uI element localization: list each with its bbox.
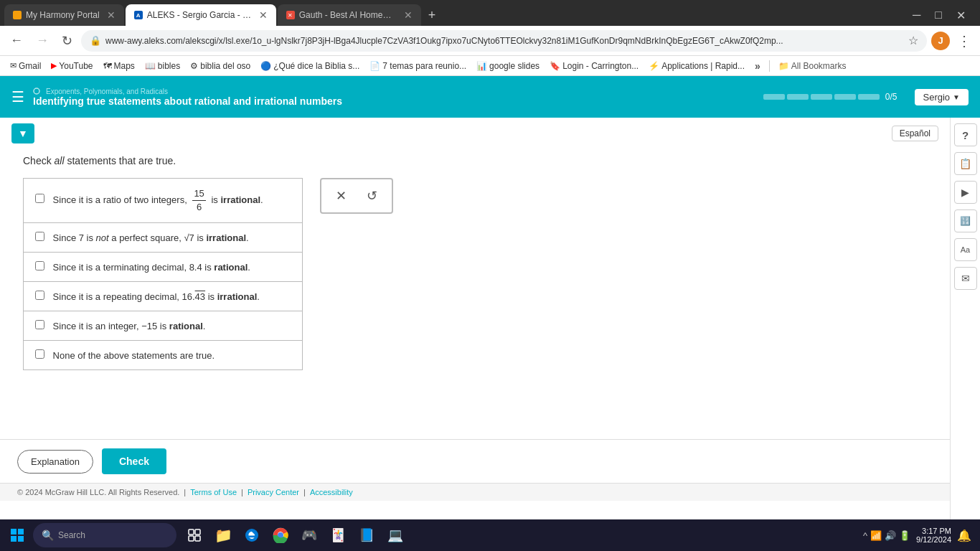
- bookmark-gmail[interactable]: ✉ Gmail: [6, 60, 45, 72]
- dictionary-icon-btn[interactable]: Aa: [954, 238, 977, 261]
- aleks-footer: © 2024 McGraw Hill LLC. All Rights Reser…: [0, 483, 950, 501]
- mail-icon-btn[interactable]: ✉: [954, 267, 977, 290]
- task-view-button[interactable]: [181, 522, 208, 549]
- maximize-button[interactable]: □: [929, 9, 948, 22]
- chrome-button[interactable]: [267, 522, 294, 549]
- calculator-icon-btn[interactable]: 📋: [954, 152, 977, 175]
- taskbar-apps: 📁 🎮 🃏 📘 💻: [181, 522, 409, 549]
- teams-button[interactable]: 🎮: [296, 522, 323, 549]
- office-button[interactable]: 📘: [353, 522, 380, 549]
- taskbar-right: ^ 📶 🔊 🔋 3:17 PM 9/12/2024 🔔: [863, 527, 977, 544]
- store-button[interactable]: 💻: [382, 522, 409, 549]
- checkbox-4[interactable]: [35, 291, 44, 300]
- file-explorer-button[interactable]: 📁: [209, 522, 237, 549]
- collapse-button[interactable]: ▼: [11, 123, 34, 143]
- checkbox-3[interactable]: [35, 261, 44, 270]
- new-tab-button[interactable]: +: [423, 8, 442, 23]
- bottom-action-bar: Explanation Check: [0, 439, 950, 483]
- back-button[interactable]: ←: [6, 30, 27, 51]
- svg-rect-8: [195, 536, 200, 541]
- video-icon-btn[interactable]: ▶: [954, 181, 977, 204]
- tab-gauth[interactable]: ✕ Gauth - Best AI Homework Help ✕: [278, 4, 421, 26]
- bookmark-que-dice[interactable]: 🔵 ¿Qué dice la Biblia s...: [256, 60, 364, 72]
- bookmark-bibles[interactable]: 📖 bibles: [141, 60, 184, 72]
- tab-close-1[interactable]: ✕: [107, 9, 116, 21]
- tray-expand-icon[interactable]: ^: [863, 530, 867, 541]
- tab-close-3[interactable]: ✕: [404, 9, 413, 21]
- chrome-icon: [273, 527, 288, 543]
- bookmarks-more-btn[interactable]: »: [750, 59, 765, 73]
- progress-container: 0/5: [763, 92, 897, 102]
- right-sidebar: ? 📋 ▶ 🔢 Aa ✉: [950, 118, 980, 519]
- checkbox-5[interactable]: [35, 320, 44, 329]
- taskbar-tray: ^ 📶 🔊 🔋: [863, 530, 910, 541]
- footer-sep-2: |: [241, 488, 243, 496]
- hamburger-icon[interactable]: ☰: [11, 88, 24, 105]
- bookmark-slides[interactable]: 📊 google slides: [472, 60, 544, 72]
- bookmark-maps[interactable]: 🗺 Maps: [99, 60, 139, 72]
- checkbox-1[interactable]: [35, 194, 44, 203]
- edge-button[interactable]: [238, 522, 265, 549]
- notification-icon[interactable]: 🔔: [957, 529, 971, 542]
- tab-my-harmony[interactable]: My Harmony Portal ✕: [4, 4, 124, 26]
- taskbar-search[interactable]: 🔍 Search: [33, 523, 176, 547]
- breadcrumb: Exponents, Polynomials, and Radicals: [33, 88, 342, 95]
- clear-button[interactable]: ✕: [330, 185, 352, 207]
- forward-button[interactable]: →: [32, 30, 53, 51]
- svg-rect-5: [189, 529, 194, 534]
- undo-button[interactable]: ↺: [361, 185, 383, 207]
- svg-rect-1: [11, 529, 17, 534]
- checkbox-6[interactable]: [35, 349, 44, 359]
- bookmark-biblia[interactable]: ⚙ biblia del oso: [186, 60, 255, 72]
- volume-icon[interactable]: 🔊: [885, 530, 896, 541]
- checkbox-2[interactable]: [35, 232, 44, 241]
- address-bar[interactable]: 🔒 www-awy.aleks.com/alekscgi/x/lsl.exe/1…: [81, 30, 927, 52]
- choice-5[interactable]: Since it is an integer, −15 is rational.: [24, 311, 303, 341]
- table-row: Since it is an integer, −15 is rational.: [24, 311, 303, 341]
- footer-privacy[interactable]: Privacy Center: [248, 488, 299, 496]
- choices-table: Since it is a ratio of two integers, 15 …: [23, 178, 303, 370]
- star-icon[interactable]: ☆: [908, 34, 918, 47]
- bookmark-temas[interactable]: 📄 7 temas para reunio...: [365, 60, 471, 72]
- taskbar: 🔍 Search 📁: [0, 519, 980, 551]
- all-bookmarks-btn[interactable]: 📁 All Bookmarks: [774, 60, 851, 72]
- footer-accessibility[interactable]: Accessibility: [310, 488, 353, 496]
- gmail-icon: ✉: [10, 61, 17, 70]
- solitaire-button[interactable]: 🃏: [324, 522, 352, 549]
- table-row: Since 7 is not a perfect square, √7 is i…: [24, 223, 303, 253]
- close-window-button[interactable]: ✕: [951, 9, 971, 22]
- bookmark-carrington[interactable]: 🔖 Login - Carrington...: [545, 60, 643, 72]
- battery-icon[interactable]: 🔋: [899, 530, 910, 541]
- table-row: None of the above statements are true.: [24, 341, 303, 370]
- choice-3[interactable]: Since it is a terminating decimal, 8.4 i…: [24, 253, 303, 282]
- footer-terms[interactable]: Terms of Use: [190, 488, 237, 496]
- tab-label: ALEKS - Sergio Garcia - Learn: [147, 10, 252, 20]
- main-content: ▼ Español Check all statements that are …: [0, 118, 950, 519]
- profile-icon[interactable]: J: [931, 32, 950, 50]
- choice-1[interactable]: Since it is a ratio of two integers, 15 …: [24, 179, 303, 223]
- explanation-button[interactable]: Explanation: [17, 450, 93, 474]
- bookmark-youtube[interactable]: ▶ YouTube: [47, 60, 97, 72]
- check-button[interactable]: Check: [102, 448, 166, 474]
- taskbar-date: 9/12/2024: [916, 535, 951, 544]
- choice-4[interactable]: Since it is a repeating decimal, 16.43 i…: [24, 282, 303, 311]
- tab-aleks[interactable]: A ALEKS - Sergio Garcia - Learn ✕: [126, 4, 276, 26]
- notes-icon-btn[interactable]: 🔢: [954, 209, 977, 232]
- rapid-icon: ⚡: [649, 61, 659, 71]
- bookmark-rapid[interactable]: ⚡ Applications | Rapid...: [644, 60, 749, 72]
- minimize-button[interactable]: ─: [907, 9, 926, 22]
- refresh-button[interactable]: ↻: [57, 30, 77, 52]
- menu-icon[interactable]: ⋮: [954, 29, 974, 52]
- progress-segments: [763, 94, 880, 100]
- check-instruction: Check all statements that are true.: [23, 155, 927, 166]
- taskbar-clock[interactable]: 3:17 PM 9/12/2024: [913, 527, 954, 544]
- start-button[interactable]: [3, 521, 32, 550]
- tab-close-2[interactable]: ✕: [259, 9, 268, 21]
- choice-6[interactable]: None of the above statements are true.: [24, 341, 303, 370]
- espanol-button[interactable]: Español: [892, 126, 938, 141]
- progress-count: 0/5: [885, 92, 897, 102]
- wifi-icon[interactable]: 📶: [870, 530, 882, 541]
- choice-2[interactable]: Since 7 is not a perfect square, √7 is i…: [24, 223, 303, 253]
- user-menu-button[interactable]: Sergio ▼: [915, 89, 969, 105]
- help-icon-btn[interactable]: ?: [954, 123, 977, 146]
